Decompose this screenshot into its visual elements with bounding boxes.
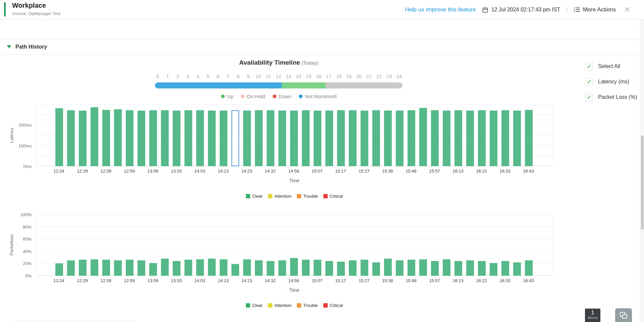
packetloss-bar[interactable] bbox=[361, 260, 368, 276]
latency-bar[interactable] bbox=[501, 110, 509, 166]
packetloss-bar[interactable] bbox=[408, 260, 415, 276]
packetloss-bar[interactable] bbox=[196, 259, 204, 276]
checkbox-select-all[interactable]: ✓ bbox=[585, 63, 593, 70]
latency-bar[interactable] bbox=[196, 110, 204, 166]
packetloss-bar[interactable] bbox=[67, 260, 75, 276]
packetloss-bar[interactable] bbox=[431, 261, 439, 276]
latency-bar[interactable] bbox=[184, 110, 192, 166]
packetloss-bar[interactable] bbox=[278, 260, 286, 276]
packetloss-bar[interactable] bbox=[513, 262, 521, 276]
latency-bar-selected[interactable] bbox=[231, 110, 239, 166]
packetloss-bar[interactable] bbox=[208, 259, 216, 276]
alarms-badge[interactable]: 1 Alarms bbox=[585, 309, 600, 322]
packetloss-bar[interactable] bbox=[501, 261, 509, 276]
packetloss-bar[interactable] bbox=[173, 261, 180, 276]
latency-bar[interactable] bbox=[220, 111, 227, 166]
latency-bar[interactable] bbox=[337, 110, 345, 166]
widgets-button[interactable] bbox=[615, 308, 632, 322]
packetloss-bar[interactable] bbox=[349, 260, 357, 276]
packetloss-bar[interactable] bbox=[478, 261, 486, 276]
checkbox-row-packet-loss[interactable]: ✓Packet Loss (%) bbox=[585, 93, 637, 101]
checkbox-packet-loss[interactable]: ✓ bbox=[585, 93, 593, 101]
packetloss-bar[interactable] bbox=[243, 259, 251, 276]
packetloss-bar[interactable] bbox=[161, 259, 169, 276]
packetloss-bar[interactable] bbox=[384, 259, 392, 276]
latency-bar[interactable] bbox=[290, 111, 298, 166]
date-time-picker[interactable]: 12 Jul 2024 02:17:43 pm IST bbox=[482, 7, 560, 13]
latency-bar[interactable] bbox=[443, 111, 450, 166]
latency-bar[interactable] bbox=[454, 110, 462, 166]
latency-bar[interactable] bbox=[267, 110, 274, 166]
packetloss-bar[interactable] bbox=[55, 263, 63, 276]
packetloss-bar[interactable] bbox=[184, 260, 192, 276]
packetloss-bar[interactable] bbox=[126, 260, 133, 276]
availability-timeline-bar[interactable] bbox=[155, 82, 402, 88]
packetloss-bar[interactable] bbox=[454, 261, 462, 276]
latency-bar[interactable] bbox=[302, 110, 310, 166]
latency-bar[interactable] bbox=[408, 110, 415, 166]
latency-bar[interactable] bbox=[419, 108, 427, 166]
latency-bar[interactable] bbox=[361, 111, 368, 166]
latency-bar[interactable] bbox=[384, 111, 392, 166]
latency-bar[interactable] bbox=[325, 111, 333, 166]
latency-bar[interactable] bbox=[126, 110, 133, 166]
packetloss-bar[interactable] bbox=[114, 260, 122, 276]
scrollbar-thumb[interactable] bbox=[641, 135, 644, 230]
latency-bar[interactable] bbox=[490, 111, 497, 166]
packetloss-bar[interactable] bbox=[79, 260, 87, 276]
latency-bar[interactable] bbox=[208, 111, 216, 166]
latency-bar[interactable] bbox=[349, 110, 357, 166]
latency-bar[interactable] bbox=[513, 111, 521, 166]
checkbox-row-select-all[interactable]: ✓Select All bbox=[585, 62, 637, 70]
packetloss-bar[interactable] bbox=[337, 262, 345, 276]
latency-bar[interactable] bbox=[525, 110, 533, 166]
packetloss-bar[interactable] bbox=[466, 260, 474, 276]
packetloss-bar[interactable] bbox=[149, 263, 157, 276]
close-icon[interactable]: ✕ bbox=[624, 6, 631, 14]
latency-bar[interactable] bbox=[149, 110, 157, 166]
packetloss-bar[interactable] bbox=[525, 260, 533, 276]
latency-bar[interactable] bbox=[396, 111, 404, 166]
latency-bar[interactable] bbox=[102, 110, 110, 166]
latency-bar[interactable] bbox=[478, 110, 486, 166]
packetloss-bar[interactable] bbox=[372, 262, 380, 276]
timeline-segment-up[interactable] bbox=[282, 82, 326, 88]
packetloss-bar[interactable] bbox=[91, 259, 98, 276]
help-improve-link[interactable]: Help us improve this feature bbox=[405, 6, 476, 13]
packetloss-bar[interactable] bbox=[138, 260, 145, 276]
latency-bar[interactable] bbox=[67, 110, 75, 166]
packetloss-bar[interactable] bbox=[396, 260, 404, 276]
packetloss-bar[interactable] bbox=[290, 258, 298, 276]
more-actions-button[interactable]: More Actions bbox=[574, 6, 616, 13]
latency-bar[interactable] bbox=[314, 111, 321, 166]
checkbox-latency-ms[interactable]: ✓ bbox=[585, 78, 593, 86]
latency-bar[interactable] bbox=[138, 111, 145, 166]
latency-bar[interactable] bbox=[243, 111, 251, 166]
latency-bar[interactable] bbox=[278, 111, 286, 166]
packetloss-bar[interactable] bbox=[314, 260, 321, 276]
latency-bar[interactable] bbox=[114, 109, 122, 166]
latency-bar[interactable] bbox=[431, 110, 439, 166]
packetloss-bar[interactable] bbox=[267, 261, 274, 276]
packetloss-bar[interactable] bbox=[220, 259, 227, 276]
path-history-section-header[interactable]: Path History bbox=[0, 39, 640, 55]
packetloss-bar[interactable] bbox=[443, 259, 450, 276]
latency-bar[interactable] bbox=[255, 110, 263, 166]
checkbox-row-latency-ms[interactable]: ✓Latency (ms) bbox=[585, 78, 637, 86]
packetloss-bar[interactable] bbox=[231, 264, 239, 276]
latency-bar[interactable] bbox=[466, 111, 474, 166]
latency-bar[interactable] bbox=[372, 110, 380, 166]
packetloss-bar[interactable] bbox=[302, 260, 310, 276]
latency-bar[interactable] bbox=[55, 108, 63, 166]
timeline-segment-no-data[interactable] bbox=[326, 82, 402, 88]
packetloss-bar[interactable] bbox=[490, 263, 497, 276]
packetloss-bar[interactable] bbox=[325, 261, 333, 276]
latency-bar[interactable] bbox=[91, 107, 98, 166]
packetloss-bar[interactable] bbox=[255, 260, 263, 276]
vertical-scrollbar[interactable]: ▲ bbox=[640, 13, 644, 322]
latency-bar[interactable] bbox=[79, 111, 87, 166]
latency-bar[interactable] bbox=[173, 111, 180, 166]
timeline-segment-not-monitored[interactable] bbox=[155, 82, 282, 88]
packetloss-bar[interactable] bbox=[102, 260, 110, 276]
packetloss-bar[interactable] bbox=[419, 259, 427, 276]
